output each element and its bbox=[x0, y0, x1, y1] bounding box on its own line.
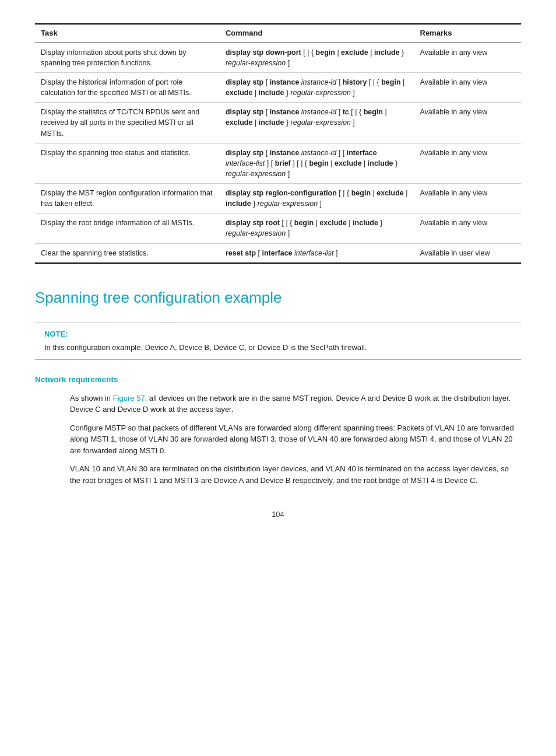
body-paragraph: As shown in Figure 57, all devices on th… bbox=[70, 393, 521, 415]
table-row: Clear the spanning tree statistics.reset… bbox=[35, 243, 521, 263]
table-cell-command: display stp [ instance instance-id ] tc … bbox=[220, 103, 414, 143]
table-cell-task: Display the historical information of po… bbox=[35, 73, 220, 103]
table-cell-task: Display the root bridge information of a… bbox=[35, 214, 220, 243]
table-cell-remarks: Available in any view bbox=[414, 143, 522, 183]
table-cell-task: Clear the spanning tree statistics. bbox=[35, 243, 220, 263]
table-cell-remarks: Available in any view bbox=[414, 43, 522, 72]
note-label: NOTE: bbox=[44, 329, 512, 340]
table-cell-command: display stp root [ | { begin | exclude |… bbox=[220, 214, 414, 243]
table-cell-command: reset stp [ interface interface-list ] bbox=[220, 243, 414, 263]
body-paragraph: VLAN 10 and VLAN 30 are terminated on th… bbox=[70, 463, 521, 486]
table-cell-task: Display information about ports shut dow… bbox=[35, 43, 220, 72]
table-cell-remarks: Available in user view bbox=[414, 243, 522, 263]
table-row: Display the root bridge information of a… bbox=[35, 214, 521, 243]
table-cell-task: Display the MST region configuration inf… bbox=[35, 184, 220, 214]
table-cell-command: display stp [ instance instance-id ] his… bbox=[220, 73, 414, 103]
table-row: Display the MST region configuration inf… bbox=[35, 184, 521, 214]
note-text: In this configuration example, Device A,… bbox=[44, 342, 512, 354]
table-row: Display the spanning tree status and sta… bbox=[35, 143, 521, 183]
table-header-remarks: Remarks bbox=[414, 24, 522, 43]
page-number: 104 bbox=[35, 509, 521, 520]
table-header-command: Command bbox=[220, 24, 414, 43]
subsection-title: Network requirements bbox=[35, 374, 521, 386]
command-table: Task Command Remarks Display information… bbox=[35, 23, 521, 264]
section-title: Spanning tree configuration example bbox=[35, 287, 521, 309]
table-header-task: Task bbox=[35, 24, 220, 43]
table-cell-remarks: Available in any view bbox=[414, 73, 522, 103]
table-cell-command: display stp [ instance instance-id ] [ i… bbox=[220, 143, 414, 183]
table-row: Display the statistics of TC/TCN BPDUs s… bbox=[35, 103, 521, 143]
table-cell-remarks: Available in any view bbox=[414, 103, 522, 143]
table-cell-task: Display the statistics of TC/TCN BPDUs s… bbox=[35, 103, 220, 143]
table-cell-command: display stp region-configuration [ | { b… bbox=[220, 184, 414, 214]
figure-link[interactable]: Figure 57 bbox=[113, 394, 145, 402]
table-cell-remarks: Available in any view bbox=[414, 184, 522, 214]
table-row: Display the historical information of po… bbox=[35, 73, 521, 103]
table-cell-command: display stp down-port [ | { begin | excl… bbox=[220, 43, 414, 72]
body-paragraph: Configure MSTP so that packets of differ… bbox=[70, 422, 521, 457]
note-box: NOTE: In this configuration example, Dev… bbox=[35, 323, 521, 360]
table-row: Display information about ports shut dow… bbox=[35, 43, 521, 72]
table-cell-task: Display the spanning tree status and sta… bbox=[35, 143, 220, 183]
table-cell-remarks: Available in any view bbox=[414, 214, 522, 243]
